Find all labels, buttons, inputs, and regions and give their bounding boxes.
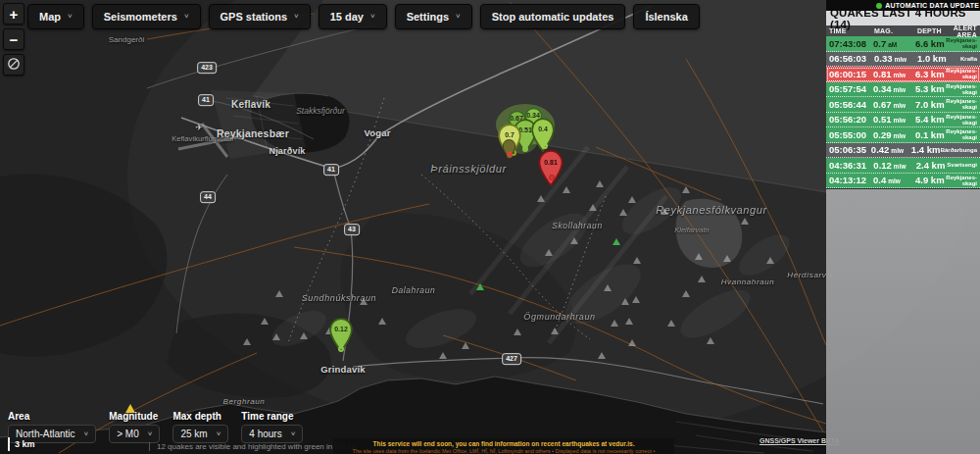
quake-depth: 7.0 km	[915, 100, 946, 110]
peak-triangle-icon	[723, 255, 731, 262]
quake-magnitude-value: 0.51	[873, 114, 892, 125]
quake-magnitude-value: 0.34	[873, 83, 892, 94]
toolbar-button-seismometers[interactable]: Seismometers˅	[92, 4, 201, 29]
quake-magnitude-value: 0.67	[873, 99, 892, 110]
quake-time: 05:06:35	[829, 145, 871, 155]
quake-alert-area: Reykjanes­skagi	[946, 37, 977, 49]
quake-row[interactable]: 05:55:000.29mlw0.1 kmReykjanes­skagi	[826, 127, 980, 143]
zoom-in-button[interactable]: +	[3, 3, 24, 25]
quake-depth: 5.4 km	[915, 115, 946, 125]
quake-magnitude: 0.34mlw	[873, 84, 915, 94]
control-label: Area	[8, 411, 96, 422]
select-magnitude[interactable]: > M0˅	[109, 425, 160, 443]
quake-magnitude-label: 0.7	[505, 131, 514, 138]
service-notice: This service will end soon, you can find…	[333, 438, 674, 454]
peak-triangle-icon	[272, 333, 280, 340]
quake-magnitude-value: 0.4	[873, 175, 886, 185]
quake-row[interactable]: 04:36:310.12mlw2.4 kmSvartsengi	[826, 158, 980, 174]
chevron-down-icon: ˅	[184, 13, 189, 21]
quake-alert-area: Bárðarbunga	[941, 147, 977, 153]
toolbar-button-label: Settings	[407, 11, 449, 23]
peak-triangle-icon	[551, 328, 559, 334]
peak-triangle-icon	[300, 332, 308, 339]
quake-row[interactable]: 05:57:540.34mlw5.3 kmReykjanes­skagi	[826, 82, 980, 98]
toolbar-button-label: Map	[39, 11, 61, 23]
select-value: 4 hours	[249, 429, 281, 439]
quake-depth: 1.4 km	[911, 145, 941, 155]
quake-row[interactable]: 06:00:150.81mlw6.3 kmReykjanes­skagi	[826, 67, 980, 82]
quake-time: 05:55:00	[829, 130, 873, 140]
select-time-range[interactable]: 4 hours˅	[241, 425, 303, 443]
visible-quakes-status: 12 quakes are visible and highlighted wi…	[149, 442, 358, 451]
chevron-down-icon: ˅	[148, 430, 153, 438]
quake-magnitude-value: 0.7	[873, 38, 886, 49]
quake-row[interactable]: 04:13:120.4mlw4.9 kmReykjanes­skagi	[826, 174, 980, 189]
peak-triangle-icon	[514, 328, 521, 335]
chevron-down-icon: ˅	[294, 13, 299, 21]
road-badge-41: 41	[198, 94, 214, 106]
peak-triangle-icon	[695, 253, 703, 260]
quake-row[interactable]: 06:56:030.33mlw1.0 kmKrafla	[826, 52, 980, 68]
station-triangle-icon	[612, 238, 620, 245]
quake-row[interactable]: 05:56:440.67mlw7.0 kmReykjanes­skagi	[826, 97, 980, 113]
select-max-depth[interactable]: 25 km˅	[172, 425, 228, 443]
quake-magnitude: 0.81mlw	[873, 70, 915, 79]
quake-row[interactable]: 05:06:350.42mlw1.4 kmBárðarbunga	[826, 143, 980, 159]
quake-alert-area: Reykjanes­skagi	[946, 83, 977, 95]
peak-triangle-icon	[633, 257, 641, 264]
peak-triangle-icon	[682, 186, 690, 193]
quake-time: 06:56:03	[829, 54, 874, 64]
quake-magnitude-label: 0.81	[544, 159, 558, 166]
quake-alert-area: Reykjanes­skagi	[946, 68, 977, 79]
chevron-down-icon: ˅	[370, 13, 375, 21]
quake-magnitude: 0.42mlw	[871, 145, 911, 155]
toolbar-button-slenska[interactable]: Íslenska	[633, 4, 699, 29]
peak-triangle-icon	[462, 342, 469, 349]
quake-depth: 0.1 km	[915, 130, 946, 140]
toolbar-button-label: 15 day	[330, 11, 364, 23]
quake-alert-area: Reykjanes­skagi	[946, 98, 977, 110]
quake-magnitude-value: 0.12	[873, 160, 892, 171]
quake-magnitude-value: 0.81	[873, 69, 892, 79]
quake-time: 04:13:12	[829, 176, 873, 185]
column-header-area: ALERT AREA	[949, 25, 977, 38]
peak-triangle-icon	[596, 180, 604, 187]
map-zoom-controls: + −	[3, 3, 24, 76]
quake-row[interactable]: 07:43:080.7aM6.6 kmReykjanes­skagi	[826, 36, 980, 52]
toolbar-button-15-day[interactable]: 15 day˅	[318, 4, 387, 29]
select-value: 25 km	[180, 429, 207, 439]
quake-table-body: 07:43:080.7aM6.6 kmReykjanes­skagi06:56:…	[826, 36, 980, 188]
quake-magnitude: 0.4mlw	[873, 176, 915, 185]
toolbar-button-map[interactable]: Map˅	[27, 4, 84, 29]
toolbar-button-gps-stations[interactable]: GPS stations˅	[209, 4, 311, 29]
service-notice-line2: The site uses data from the Icelandic Me…	[333, 448, 674, 454]
zoom-out-button[interactable]: −	[3, 28, 24, 50]
road-badge-44: 44	[200, 191, 216, 203]
column-header-mag: MAG.	[874, 27, 917, 34]
control-max-depth: Max depth25 km˅	[172, 411, 228, 443]
quake-alert-area: Reykjanes­skagi	[946, 175, 977, 186]
peak-triangle-icon	[632, 296, 640, 303]
quake-alert-area: Svartsengi	[947, 162, 977, 168]
peak-triangle-icon	[545, 249, 553, 256]
peak-triangle-icon	[741, 218, 749, 225]
control-label: Magnitude	[109, 411, 160, 422]
quake-magnitude-unit: mlw	[888, 177, 901, 184]
peak-triangle-icon	[667, 320, 675, 327]
top-toolbar: Map˅Seismometers˅GPS stations˅15 day˅Set…	[27, 4, 700, 29]
quake-magnitude-unit: mlw	[893, 132, 906, 139]
quake-depth: 4.9 km	[915, 176, 946, 185]
draw-tool-button[interactable]	[3, 54, 24, 76]
quake-magnitude-unit: aM	[888, 41, 897, 48]
peak-triangle-icon	[611, 320, 618, 327]
chevron-down-icon: ˅	[84, 430, 89, 438]
quake-time: 05:56:44	[829, 100, 873, 110]
peak-triangle-icon	[628, 339, 636, 346]
quake-depth: 5.3 km	[915, 84, 946, 94]
toolbar-button-stop-automatic-updates[interactable]: Stop automatic updates	[480, 4, 626, 29]
chevron-down-icon: ˅	[217, 430, 221, 438]
peak-triangle-icon	[604, 284, 612, 291]
toolbar-button-settings[interactable]: Settings˅	[395, 4, 472, 29]
quake-row[interactable]: 05:56:200.51mlw5.4 kmReykjanes­skagi	[826, 113, 980, 128]
filter-controls: AreaNorth-Atlantic˅Magnitude> M0˅Max dep…	[8, 411, 303, 443]
